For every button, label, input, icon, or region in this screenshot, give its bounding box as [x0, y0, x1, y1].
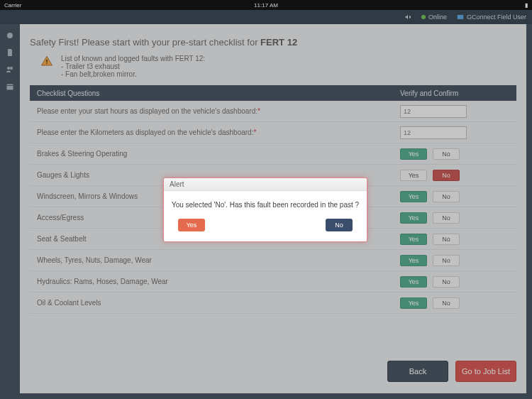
modal-body: You selected 'No'. Has this fault been r…: [164, 191, 367, 209]
modal-title: Alert: [164, 178, 367, 191]
modal-no-button[interactable]: No: [326, 219, 353, 231]
alert-modal: Alert You selected 'No'. Has this fault …: [163, 177, 367, 242]
modal-buttons: Yes No: [164, 209, 367, 241]
modal-yes-button[interactable]: Yes: [178, 219, 205, 231]
